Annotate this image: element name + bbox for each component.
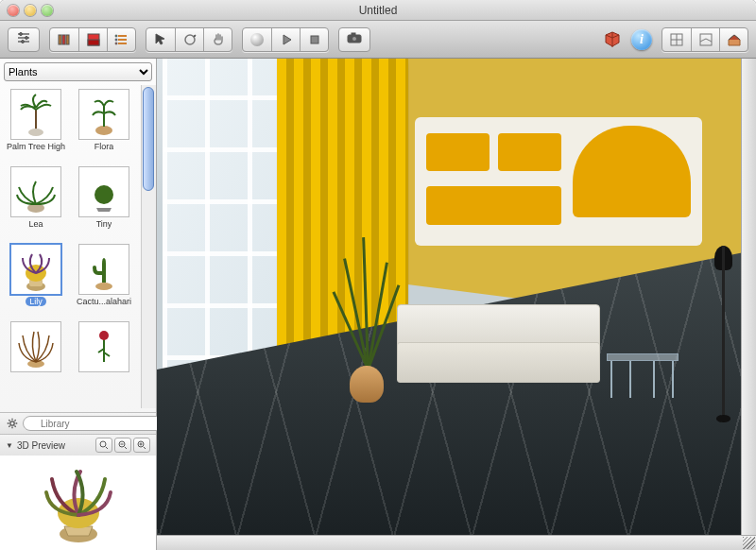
library-item-palm-tree-high[interactable]: Palm Tree High bbox=[6, 89, 66, 163]
zoom-in-icon bbox=[137, 440, 146, 450]
svg-point-18 bbox=[28, 129, 43, 136]
library-item-cactus[interactable]: Cactu...alahari bbox=[74, 244, 134, 318]
swatch-icon bbox=[86, 32, 101, 47]
viewport-3d[interactable] bbox=[157, 59, 756, 550]
library-item-label: Palm Tree High bbox=[7, 142, 65, 151]
zoom-out-icon bbox=[118, 440, 128, 450]
package-icon bbox=[603, 30, 622, 49]
layout-home-button[interactable] bbox=[719, 28, 747, 51]
package-button[interactable] bbox=[603, 30, 622, 49]
plant-icon bbox=[17, 93, 55, 136]
main-toolbar: i bbox=[0, 21, 756, 59]
titlebar: Untitled bbox=[0, 0, 756, 21]
library-search-input[interactable] bbox=[23, 416, 167, 431]
library-item-label: Lily bbox=[26, 297, 46, 306]
sidebar-toggle-button[interactable] bbox=[8, 27, 40, 52]
svg-rect-15 bbox=[352, 33, 355, 36]
stop-icon bbox=[307, 32, 322, 47]
library-materials-button[interactable] bbox=[78, 28, 107, 51]
library-item-grass[interactable] bbox=[6, 321, 66, 395]
library-item-label: Lea bbox=[28, 219, 43, 229]
library-thumb bbox=[78, 244, 129, 295]
orbit-tool-button[interactable] bbox=[175, 28, 203, 51]
preview-label: 3D Preview bbox=[17, 440, 65, 451]
svg-point-10 bbox=[115, 43, 117, 44]
library-item-flora[interactable]: Flora bbox=[74, 89, 134, 163]
viewport-scrollbar-horizontal[interactable] bbox=[157, 535, 756, 550]
zoom-out-button[interactable] bbox=[114, 438, 131, 453]
layout-3d-icon bbox=[698, 32, 713, 47]
svg-point-27 bbox=[99, 331, 109, 340]
plant-icon bbox=[15, 170, 57, 214]
plant-icon bbox=[16, 324, 56, 370]
library-item-label: Flora bbox=[94, 142, 114, 151]
scrollbar-thumb[interactable] bbox=[143, 87, 154, 191]
record-button[interactable] bbox=[243, 28, 271, 51]
camera-icon bbox=[347, 30, 362, 45]
zoom-in-button[interactable] bbox=[133, 438, 150, 453]
sliders-icon bbox=[16, 30, 31, 45]
zoom-fit-icon bbox=[99, 440, 109, 450]
play-icon bbox=[279, 32, 294, 47]
orbit-icon bbox=[182, 32, 198, 47]
library-list-button[interactable] bbox=[107, 28, 135, 51]
library-item-lily[interactable]: Lily bbox=[6, 244, 66, 318]
svg-rect-7 bbox=[88, 40, 99, 45]
pan-icon bbox=[211, 32, 226, 47]
preview-header[interactable]: ▼ 3D Preview bbox=[0, 434, 156, 455]
pointer-icon bbox=[153, 32, 168, 47]
svg-point-28 bbox=[10, 421, 14, 425]
preview-3d[interactable] bbox=[0, 455, 156, 550]
library-books-button[interactable] bbox=[50, 28, 78, 51]
svg-rect-5 bbox=[66, 35, 69, 44]
view-layout-segment bbox=[662, 27, 748, 52]
svg-rect-17 bbox=[700, 34, 712, 45]
info-icon: i bbox=[640, 32, 644, 47]
list-icon bbox=[114, 32, 129, 47]
library-item-lea[interactable]: Lea bbox=[6, 166, 66, 240]
library-mode-segment bbox=[49, 27, 136, 52]
library-search-wrap bbox=[23, 416, 167, 431]
library-item-label: Tiny bbox=[96, 219, 112, 229]
svg-point-2 bbox=[22, 41, 25, 43]
library-footer bbox=[0, 412, 156, 434]
library-grid[interactable]: Palm Tree High Flora Lea T bbox=[0, 85, 156, 412]
play-button[interactable] bbox=[271, 28, 300, 51]
record-segment bbox=[242, 27, 329, 52]
plant-icon bbox=[15, 247, 57, 292]
library-thumb bbox=[78, 321, 129, 372]
svg-point-0 bbox=[20, 33, 23, 36]
library-thumb bbox=[10, 89, 61, 140]
layout-2d-button[interactable] bbox=[662, 28, 691, 51]
category-select[interactable]: Plants bbox=[4, 62, 152, 81]
viewport-scrollbar-vertical[interactable] bbox=[741, 59, 756, 535]
info-button[interactable]: i bbox=[631, 29, 652, 50]
plant-icon bbox=[85, 170, 123, 214]
library-item-tiny[interactable]: Tiny bbox=[74, 166, 134, 240]
library-scrollbar[interactable] bbox=[141, 85, 156, 408]
snapshot-button[interactable] bbox=[338, 27, 370, 52]
pan-tool-button[interactable] bbox=[203, 28, 232, 51]
stop-button[interactable] bbox=[300, 28, 328, 51]
pointer-tool-button[interactable] bbox=[146, 28, 175, 51]
library-thumb bbox=[10, 321, 61, 372]
window-title: Untitled bbox=[0, 4, 756, 17]
home-icon bbox=[727, 32, 742, 47]
layout-3d-button[interactable] bbox=[691, 28, 719, 51]
library-settings-button[interactable] bbox=[6, 416, 19, 431]
library-thumb bbox=[78, 89, 129, 140]
preview-plant-icon bbox=[36, 460, 121, 545]
svg-point-14 bbox=[352, 37, 357, 42]
layout-2d-icon bbox=[669, 32, 684, 47]
svg-point-11 bbox=[185, 35, 195, 44]
resize-grip[interactable] bbox=[743, 537, 755, 549]
plant-icon bbox=[85, 247, 123, 292]
svg-point-8 bbox=[115, 35, 117, 37]
zoom-reset-button[interactable] bbox=[95, 438, 112, 453]
library-sidebar: Plants Palm Tree High Flora bbox=[0, 59, 157, 550]
tool-segment bbox=[146, 27, 232, 52]
library-item-rose[interactable] bbox=[74, 321, 134, 395]
library-item-label: Cactu...alahari bbox=[77, 297, 131, 306]
library-thumb bbox=[78, 166, 129, 217]
svg-rect-12 bbox=[311, 36, 318, 43]
